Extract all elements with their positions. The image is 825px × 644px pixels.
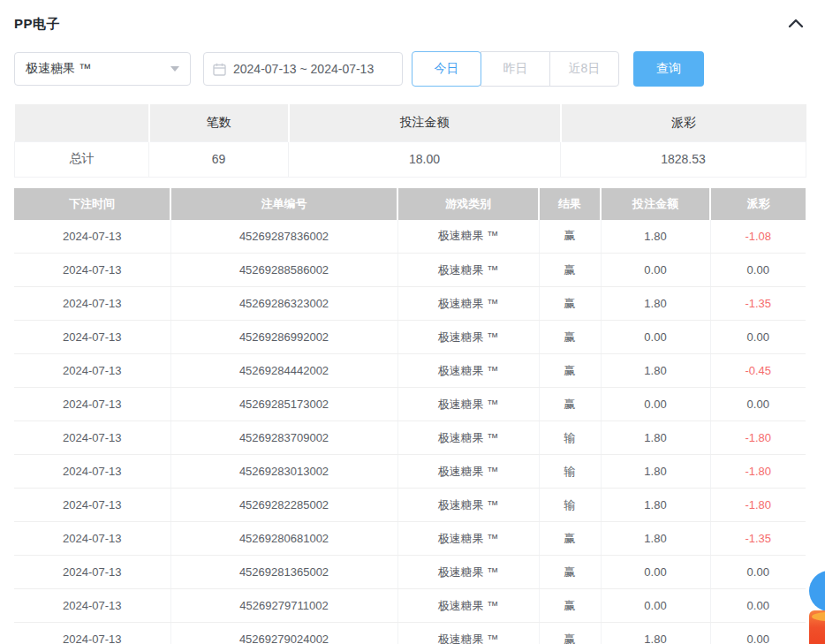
table-cell: 赢 bbox=[539, 354, 601, 388]
pp-electronic-panel: PP电子 极速糖果 ™ 2024-07-13 ~ 2024-07-13 bbox=[0, 0, 825, 644]
table-cell: 45269285173002 bbox=[170, 388, 397, 421]
table-cell: 极速糖果 ™ bbox=[397, 455, 539, 489]
table-cell: 0.00 bbox=[601, 388, 710, 421]
table-cell: 极速糖果 ™ bbox=[397, 522, 539, 556]
table-cell: 1.80 bbox=[601, 287, 710, 321]
table-row: 2024-07-1345269287836002极速糖果 ™赢1.80-1.08 bbox=[14, 220, 806, 254]
table-cell: 0.00 bbox=[601, 254, 710, 287]
bets-header-row: 下注时间注单编号游戏类别结果投注金额派彩 bbox=[14, 188, 806, 220]
table-cell: 极速糖果 ™ bbox=[397, 489, 539, 522]
chevron-up-icon bbox=[788, 16, 804, 32]
table-cell: -1.35 bbox=[710, 287, 806, 321]
table-cell: 2024-07-13 bbox=[14, 321, 170, 354]
date-range-picker[interactable]: 2024-07-13 ~ 2024-07-13 bbox=[203, 52, 403, 86]
filter-last8days-button[interactable]: 近8日 bbox=[549, 51, 619, 87]
table-cell: 2024-07-13 bbox=[14, 556, 170, 589]
table-cell: -1.08 bbox=[710, 220, 806, 254]
table-cell: 赢 bbox=[539, 321, 601, 354]
table-cell: -0.45 bbox=[710, 354, 806, 388]
table-row: 2024-07-1345269279711002极速糖果 ™赢0.000.00 bbox=[14, 589, 806, 623]
table-cell: 赢 bbox=[539, 623, 601, 644]
page-title: PP电子 bbox=[14, 16, 60, 33]
panel-header: PP电子 bbox=[14, 14, 806, 34]
table-cell: 0.00 bbox=[710, 321, 806, 354]
table-cell: 45269284442002 bbox=[170, 354, 397, 388]
table-cell: 1.80 bbox=[601, 489, 710, 522]
table-cell: 45269282285002 bbox=[170, 489, 397, 522]
column-header: 下注时间 bbox=[14, 188, 170, 220]
table-cell: 极速糖果 ™ bbox=[397, 321, 539, 354]
table-row: 2024-07-1345269283709002极速糖果 ™输1.80-1.80 bbox=[14, 421, 806, 455]
table-cell: 赢 bbox=[539, 522, 601, 556]
table-cell: 2024-07-13 bbox=[14, 522, 170, 556]
summary-table-body: 总计6918.001828.53 bbox=[15, 141, 806, 177]
column-header: 投注金额 bbox=[289, 104, 561, 141]
table-row: 2024-07-1345269288586002极速糖果 ™赢0.000.00 bbox=[14, 254, 806, 287]
table-cell: 2024-07-13 bbox=[14, 287, 170, 321]
column-header: 游戏类别 bbox=[397, 188, 539, 220]
table-cell: -1.80 bbox=[710, 421, 806, 455]
table-cell: 45269288586002 bbox=[170, 254, 397, 287]
table-cell: 极速糖果 ™ bbox=[397, 556, 539, 589]
collapse-panel-button[interactable] bbox=[786, 14, 806, 34]
table-cell: 2024-07-13 bbox=[14, 489, 170, 522]
table-cell: 1.80 bbox=[601, 421, 710, 455]
table-cell: 0.00 bbox=[710, 589, 806, 623]
filter-today-button[interactable]: 今日 bbox=[412, 51, 481, 87]
table-cell: 0.00 bbox=[710, 623, 806, 644]
table-cell: 1.80 bbox=[601, 220, 710, 254]
search-button[interactable]: 查询 bbox=[633, 51, 704, 87]
table-cell: 0.00 bbox=[601, 556, 710, 589]
column-header: 派彩 bbox=[710, 188, 806, 220]
table-cell: 2024-07-13 bbox=[14, 455, 170, 489]
table-row: 2024-07-1345269285173002极速糖果 ™赢0.000.00 bbox=[14, 388, 806, 421]
table-cell: 45269287836002 bbox=[170, 220, 397, 254]
table-cell: 总计 bbox=[15, 141, 149, 177]
table-row: 2024-07-1345269286323002极速糖果 ™赢1.80-1.35 bbox=[14, 287, 806, 321]
filter-yesterday-button[interactable]: 昨日 bbox=[481, 51, 550, 87]
table-cell: 极速糖果 ™ bbox=[397, 421, 539, 455]
table-cell: 45269280681002 bbox=[170, 522, 397, 556]
table-row: 2024-07-1345269280681002极速糖果 ™赢1.80-1.35 bbox=[14, 522, 806, 556]
table-cell: 2024-07-13 bbox=[14, 388, 170, 421]
bets-table: 下注时间注单编号游戏类别结果投注金额派彩 2024-07-13452692878… bbox=[14, 188, 806, 644]
table-cell: 极速糖果 ™ bbox=[397, 623, 539, 644]
table-cell: 极速糖果 ™ bbox=[397, 388, 539, 421]
summary-table-head: 笔数投注金额派彩 bbox=[15, 104, 806, 141]
table-cell: 极速糖果 ™ bbox=[397, 287, 539, 321]
table-cell: 输 bbox=[539, 421, 601, 455]
chevron-down-icon bbox=[170, 66, 179, 72]
table-row: 2024-07-1345269286992002极速糖果 ™赢0.000.00 bbox=[14, 321, 806, 354]
table-cell: -1.35 bbox=[710, 522, 806, 556]
summary-header-row: 笔数投注金额派彩 bbox=[15, 104, 806, 141]
promo-red-packet-icon[interactable] bbox=[809, 610, 825, 644]
summary-table: 笔数投注金额派彩 总计6918.001828.53 bbox=[14, 104, 806, 178]
column-header bbox=[15, 104, 149, 141]
table-cell: 45269283013002 bbox=[170, 455, 397, 489]
column-header: 投注金额 bbox=[601, 188, 710, 220]
table-cell: 2024-07-13 bbox=[14, 220, 170, 254]
table-cell: 赢 bbox=[539, 589, 601, 623]
table-cell: 45269286323002 bbox=[170, 287, 397, 321]
table-row: 2024-07-1345269282285002极速糖果 ™输1.80-1.80 bbox=[14, 489, 806, 522]
table-cell: 69 bbox=[149, 141, 289, 177]
game-select[interactable]: 极速糖果 ™ bbox=[14, 52, 191, 86]
table-cell: 0.00 bbox=[710, 556, 806, 589]
table-cell: 极速糖果 ™ bbox=[397, 354, 539, 388]
table-cell: 1.80 bbox=[601, 623, 710, 644]
table-cell: 2024-07-13 bbox=[14, 623, 170, 644]
table-cell: 极速糖果 ™ bbox=[397, 220, 539, 254]
table-cell: 2024-07-13 bbox=[14, 254, 170, 287]
table-cell: 1.80 bbox=[601, 455, 710, 489]
table-cell: 18.00 bbox=[289, 141, 561, 177]
table-cell: -1.80 bbox=[710, 455, 806, 489]
table-cell: 输 bbox=[539, 489, 601, 522]
bets-table-body: 2024-07-1345269287836002极速糖果 ™赢1.80-1.08… bbox=[14, 220, 806, 644]
table-cell: 0.00 bbox=[710, 254, 806, 287]
table-cell: 2024-07-13 bbox=[14, 589, 170, 623]
column-header: 笔数 bbox=[149, 104, 289, 141]
table-cell: 2024-07-13 bbox=[14, 354, 170, 388]
table-cell: 赢 bbox=[539, 556, 601, 589]
bets-table-head: 下注时间注单编号游戏类别结果投注金额派彩 bbox=[14, 188, 806, 220]
table-cell: 45269279711002 bbox=[170, 589, 397, 623]
